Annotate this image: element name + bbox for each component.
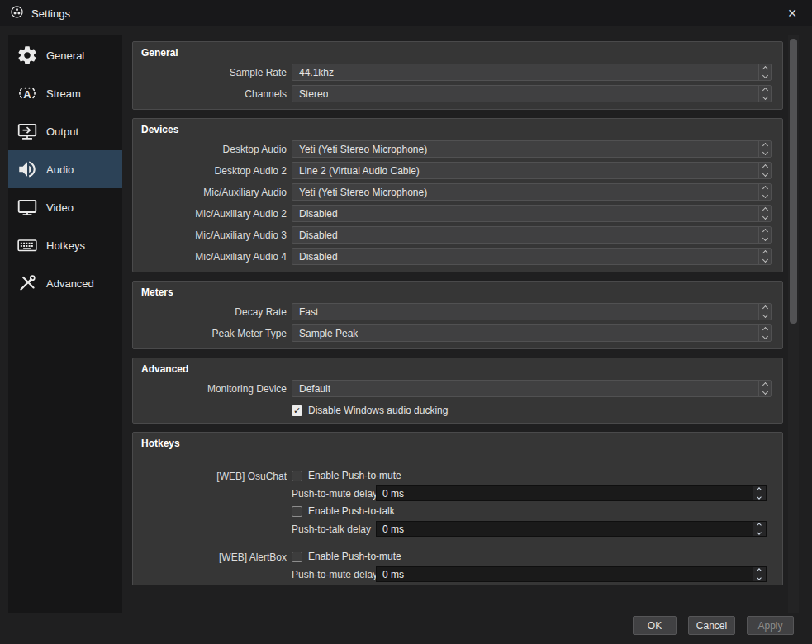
title-bar: Settings ✕ [0,0,812,26]
window-title: Settings [31,7,70,20]
hotkeys-section: Hotkeys [WEB] OsuChat Enable Push-to-mut… [132,432,783,585]
settings-content: General Sample Rate 44.1khz Channels Ste… [132,35,783,585]
sidebar-item-advanced[interactable]: Advanced [8,264,122,302]
spin-down-button[interactable] [753,494,766,501]
checkbox-label: Disable Windows audio ducking [308,405,448,416]
general-section: General Sample Rate 44.1khz Channels Ste… [132,41,783,110]
sidebar-item-output[interactable]: Output [8,112,122,150]
sidebar-item-label: Audio [46,163,74,176]
field-label: Mic/Auxiliary Audio 3 [141,230,287,241]
field-label: Push-to-talk delay [292,523,371,535]
sidebar-item-label: Hotkeys [46,239,85,252]
desktop-audio-2-select[interactable]: Line 2 (Virtual Audio Cable) [292,162,772,179]
push-to-mute-delay-row: Push-to-mute delay 0 ms [292,485,767,501]
enable-push-to-mute-row: Enable Push-to-mute [292,550,767,563]
mic-aux-audio-select[interactable]: Yeti (Yeti Stereo Microphone) [292,183,772,201]
chevron-updown-icon [758,325,771,341]
meters-section: Meters Decay Rate Fast Peak Meter Type S… [132,281,783,349]
settings-row: Desktop Audio 2 Line 2 (Virtual Audio Ca… [141,162,772,179]
field-label: Mic/Auxiliary Audio 4 [141,251,287,263]
chevron-updown-icon [758,141,771,157]
obs-logo-icon [10,5,24,21]
monitoring-device-select[interactable]: Default [292,380,772,397]
settings-row: Mic/Auxiliary Audio 2 Disabled [141,205,772,222]
field-label: Push-to-mute delay [292,569,371,580]
hotkey-source-label: [WEB] OsuChat [141,469,287,537]
monitor-arrow-icon [16,120,39,143]
hotkey-source-label: [WEB] AlertBox [141,550,287,585]
sidebar-item-audio[interactable]: Audio [8,150,122,188]
desktop-audio-select[interactable]: Yeti (Yeti Stereo Microphone) [292,140,772,158]
apply-button[interactable]: Apply [747,616,794,635]
settings-row: Mic/Auxiliary Audio Yeti (Yeti Stereo Mi… [141,183,772,201]
channels-select[interactable]: Stereo [292,85,772,102]
enable-push-to-talk-row: Enable Push-to-talk [292,504,767,518]
decay-rate-select[interactable]: Fast [292,303,772,320]
chevron-updown-icon [758,86,771,102]
enable-push-to-mute-checkbox[interactable] [292,552,302,562]
spinner-buttons [753,486,766,500]
spin-value: 0 ms [382,569,404,580]
keyboard-icon [16,234,39,257]
settings-row: Mic/Auxiliary Audio 4 Disabled [141,248,772,265]
mic-aux-audio-2-select[interactable]: Disabled [292,205,772,222]
sidebar-item-label: Output [46,125,78,138]
mic-aux-audio-4-select[interactable]: Disabled [292,248,772,265]
spin-value: 0 ms [382,488,404,500]
settings-row: Decay Rate Fast [141,303,772,320]
sidebar-item-hotkeys[interactable]: Hotkeys [8,226,122,264]
advanced-section: Advanced Monitoring Device Default Disab… [132,358,783,424]
field-label: Push-to-mute delay [292,488,371,500]
section-title: Hotkeys [141,438,772,449]
section-title: General [141,47,772,59]
push-to-mute-delay-input[interactable]: 0 ms [376,566,767,582]
spin-up-button[interactable] [753,567,766,575]
checkbox-label: Enable Push-to-mute [308,470,401,481]
enable-push-to-mute-row: Enable Push-to-mute [292,469,767,482]
push-to-talk-delay-input[interactable]: 0 ms [376,521,767,537]
push-to-mute-delay-input[interactable]: 0 ms [376,485,767,501]
scrollbar-thumb[interactable] [790,39,797,324]
spin-down-button[interactable] [753,575,766,582]
field-label: Mic/Auxiliary Audio 2 [141,208,287,220]
chevron-updown-icon [758,304,771,320]
field-label: Mic/Auxiliary Audio [141,187,287,198]
chevron-updown-icon [758,227,771,243]
spin-value: 0 ms [382,523,404,535]
checkbox-label: Enable Push-to-mute [308,551,401,562]
sidebar-item-label: Video [46,201,74,214]
broadcast-icon: A [16,82,39,105]
mic-aux-audio-3-select[interactable]: Disabled [292,226,772,244]
sidebar-item-video[interactable]: Video [8,188,122,226]
spinner-buttons [753,567,766,581]
field-label: Monitoring Device [141,383,287,395]
tools-icon [16,272,39,295]
chevron-updown-icon [758,206,771,221]
display-icon [16,196,39,219]
sidebar-item-stream[interactable]: A Stream [8,74,122,112]
cancel-button[interactable]: Cancel [688,616,735,635]
chevron-updown-icon [758,249,771,264]
spin-up-button[interactable] [753,486,766,494]
field-label: Channels [141,88,287,100]
close-button[interactable]: ✕ [782,5,802,21]
ok-button[interactable]: OK [633,616,677,635]
spin-down-button[interactable] [753,529,766,537]
checkbox-label: Enable Push-to-talk [308,505,395,517]
settings-row: Channels Stereo [141,85,772,102]
section-title: Meters [141,286,772,298]
chevron-updown-icon [758,64,771,80]
spin-up-button[interactable] [753,522,766,529]
push-to-talk-delay-row: Push-to-talk delay 0 ms [292,521,767,537]
sidebar-item-general[interactable]: General [8,36,122,74]
enable-push-to-talk-checkbox[interactable] [292,506,302,517]
enable-push-to-mute-checkbox[interactable] [292,471,302,481]
disable-audio-ducking-checkbox[interactable] [292,405,302,416]
sample-rate-select[interactable]: 44.1khz [292,64,772,81]
field-label: Desktop Audio [141,144,287,155]
svg-text:A: A [23,88,31,101]
peak-meter-type-select[interactable]: Sample Peak [292,324,772,342]
settings-row: Peak Meter Type Sample Peak [141,324,772,342]
devices-section: Devices Desktop Audio Yeti (Yeti Stereo … [132,118,783,272]
sidebar-item-label: Advanced [46,277,94,290]
